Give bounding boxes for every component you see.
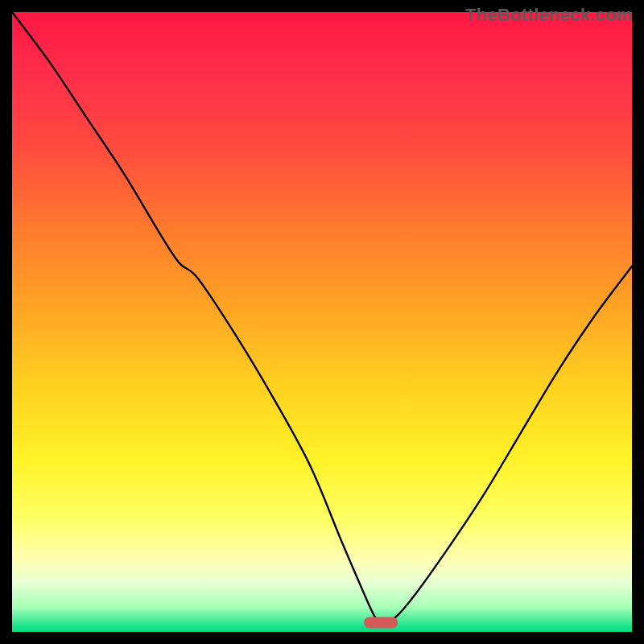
watermark-text: TheBottleneck.com xyxy=(465,5,633,26)
chart-svg xyxy=(12,12,632,632)
plot-area xyxy=(12,12,632,632)
chart-frame: TheBottleneck.com xyxy=(0,0,644,644)
gradient-background xyxy=(12,12,632,632)
optimal-marker xyxy=(364,617,398,628)
